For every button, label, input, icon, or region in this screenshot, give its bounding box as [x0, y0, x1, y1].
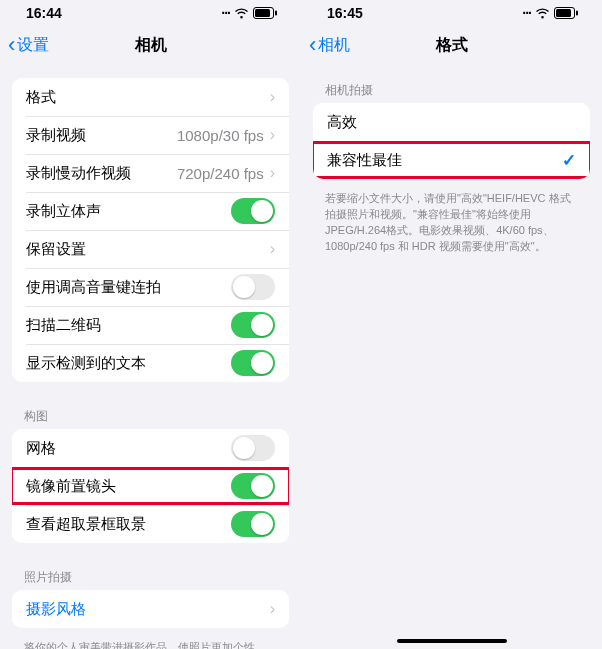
battery-icon: [554, 7, 578, 19]
settings-group-photo-capture: 摄影风格›: [12, 590, 289, 628]
main-row-2[interactable]: 录制慢动作视频720p/240 fps›: [12, 154, 289, 192]
section-footer-photo-capture: 将你的个人审美带进摄影作品，使照片更加个性化。"摄影风格"使用先进的场景理解技术…: [0, 634, 301, 649]
settings-content: 相机拍摄 高效兼容性最佳✓ 若要缩小文件大小，请使用"高效"HEIF/HEVC …: [301, 64, 602, 649]
settings-group-main: 格式›录制视频1080p/30 fps›录制慢动作视频720p/240 fps›…: [12, 78, 289, 382]
section-header-composition: 构图: [0, 404, 301, 429]
status-time: 16:44: [26, 5, 62, 21]
chevron-right-icon: ›: [270, 164, 275, 182]
toggle-knob: [251, 314, 273, 336]
toggle-knob: [251, 200, 273, 222]
composition-row-0[interactable]: 网格: [12, 429, 289, 467]
row-label: 摄影风格: [26, 600, 270, 619]
settings-group-formats: 高效兼容性最佳✓: [313, 103, 590, 179]
formats-row-0[interactable]: 高效: [313, 103, 590, 141]
main-row-5[interactable]: 使用调高音量键连拍: [12, 268, 289, 306]
row-label: 格式: [26, 88, 270, 107]
battery-icon: [253, 7, 277, 19]
row-label: 录制慢动作视频: [26, 164, 177, 183]
toggle-switch[interactable]: [231, 274, 275, 300]
toggle-switch[interactable]: [231, 435, 275, 461]
nav-title: 格式: [301, 35, 602, 56]
section-header-camera-capture: 相机拍摄: [301, 78, 602, 103]
svg-rect-5: [576, 11, 578, 16]
row-detail: 1080p/30 fps: [177, 127, 264, 144]
main-row-3[interactable]: 录制立体声: [12, 192, 289, 230]
row-label: 镜像前置镜头: [26, 477, 231, 496]
section-header-photo-capture: 照片拍摄: [0, 565, 301, 590]
cellular-icon: [221, 5, 230, 21]
toggle-knob: [233, 276, 255, 298]
phone-formats-settings: 16:45 ‹ 相机 格式 相机拍摄 高效兼容性最佳✓ 若要缩小文件大小，请使用…: [301, 0, 602, 649]
main-row-1[interactable]: 录制视频1080p/30 fps›: [12, 116, 289, 154]
composition-row-1[interactable]: 镜像前置镜头: [12, 467, 289, 505]
main-row-6[interactable]: 扫描二维码: [12, 306, 289, 344]
row-label: 显示检测到的文本: [26, 354, 231, 373]
settings-content: 格式›录制视频1080p/30 fps›录制慢动作视频720p/240 fps›…: [0, 64, 301, 649]
toggle-knob: [251, 352, 273, 374]
chevron-right-icon: ›: [270, 126, 275, 144]
toggle-switch[interactable]: [231, 312, 275, 338]
row-label: 兼容性最佳: [327, 151, 562, 170]
section-footer-formats: 若要缩小文件大小，请使用"高效"HEIF/HEVC 格式拍摄照片和视频。"兼容性…: [301, 185, 602, 265]
svg-rect-1: [255, 9, 270, 17]
toggle-switch[interactable]: [231, 350, 275, 376]
composition-row-2[interactable]: 查看超取景框取景: [12, 505, 289, 543]
phone-camera-settings: 16:44 ‹ 设置 相机 格式›录制视频1080p/30 fps›录制慢动作视…: [0, 0, 301, 649]
chevron-right-icon: ›: [270, 600, 275, 618]
nav-bar: ‹ 相机 格式: [301, 26, 602, 64]
settings-group-composition: 网格镜像前置镜头查看超取景框取景: [12, 429, 289, 543]
toggle-knob: [251, 513, 273, 535]
cellular-icon: [522, 5, 531, 21]
row-label: 录制立体声: [26, 202, 231, 221]
status-time: 16:45: [327, 5, 363, 21]
row-label: 查看超取景框取景: [26, 515, 231, 534]
status-bar: 16:44: [0, 0, 301, 26]
row-label: 保留设置: [26, 240, 270, 259]
wifi-icon: [234, 8, 249, 19]
svg-rect-4: [556, 9, 571, 17]
row-label: 网格: [26, 439, 231, 458]
status-indicators: [221, 5, 277, 21]
toggle-switch[interactable]: [231, 198, 275, 224]
chevron-right-icon: ›: [270, 240, 275, 258]
status-bar: 16:45: [301, 0, 602, 26]
row-detail: 720p/240 fps: [177, 165, 264, 182]
row-label: 扫描二维码: [26, 316, 231, 335]
home-indicator[interactable]: [397, 639, 507, 643]
main-row-7[interactable]: 显示检测到的文本: [12, 344, 289, 382]
main-row-0[interactable]: 格式›: [12, 78, 289, 116]
nav-title: 相机: [0, 35, 301, 56]
toggle-switch[interactable]: [231, 473, 275, 499]
row-label: 录制视频: [26, 126, 177, 145]
main-row-4[interactable]: 保留设置›: [12, 230, 289, 268]
photo-capture-row-0[interactable]: 摄影风格›: [12, 590, 289, 628]
svg-rect-2: [275, 11, 277, 16]
toggle-knob: [233, 437, 255, 459]
toggle-switch[interactable]: [231, 511, 275, 537]
row-label: 使用调高音量键连拍: [26, 278, 231, 297]
chevron-right-icon: ›: [270, 88, 275, 106]
nav-bar: ‹ 设置 相机: [0, 26, 301, 64]
row-label: 高效: [327, 113, 576, 132]
wifi-icon: [535, 8, 550, 19]
toggle-knob: [251, 475, 273, 497]
check-icon: ✓: [562, 150, 576, 171]
formats-row-1[interactable]: 兼容性最佳✓: [313, 141, 590, 179]
status-indicators: [522, 5, 578, 21]
